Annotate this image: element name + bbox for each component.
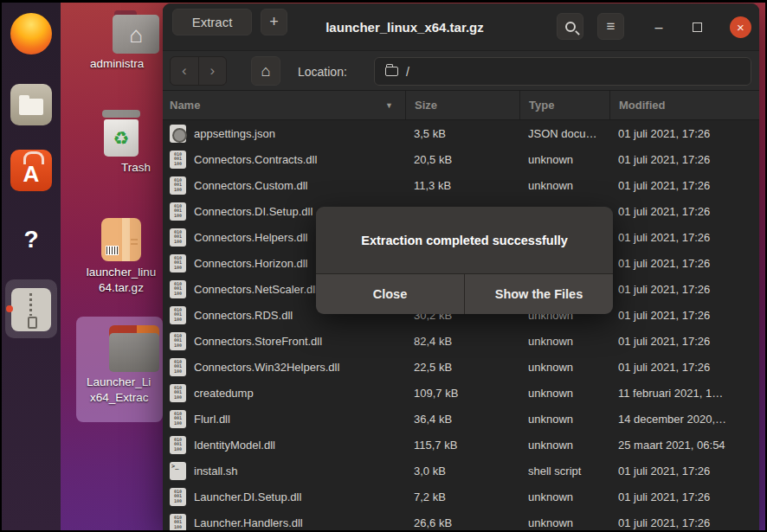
- file-row[interactable]: Connectors.Contracts.dll 20,5 kB unknown…: [163, 146, 759, 172]
- file-type: unknown: [519, 179, 609, 192]
- file-type: unknown: [519, 153, 609, 166]
- file-size: 7,2 kB: [405, 490, 519, 503]
- dock: A ?: [2, 3, 61, 530]
- file-size: 3,0 kB: [405, 465, 519, 478]
- trash-can: ♻: [104, 119, 139, 157]
- file-modified: 01 juli 2021, 17:26: [609, 309, 759, 322]
- tarball-icon[interactable]: [101, 218, 141, 261]
- firefox-icon[interactable]: [10, 13, 52, 54]
- file-type: JSON docu…: [519, 127, 609, 140]
- home-folder-icon[interactable]: ⌂: [113, 10, 159, 54]
- window-title: launcher_linux_x64.tar.gz: [249, 3, 560, 50]
- column-header-name[interactable]: Name ▼: [163, 91, 405, 119]
- file-row[interactable]: Connectors.Custom.dll 11,3 kB unknown 01…: [163, 172, 759, 198]
- minimize-button[interactable]: –: [652, 14, 666, 41]
- dialog-show-files-button[interactable]: Show the Files: [464, 274, 613, 314]
- column-header-modified[interactable]: Modified: [609, 91, 759, 119]
- file-type: unknown: [519, 387, 609, 400]
- house-icon: ⌂: [113, 19, 159, 50]
- file-modified: 14 december 2020,…: [609, 413, 759, 426]
- file-name: appsettings.json: [194, 127, 275, 140]
- file-row[interactable]: Launcher.Handlers.dll 26,6 kB unknown 01…: [163, 510, 759, 530]
- file-type: unknown: [519, 335, 609, 348]
- json-file-icon: [170, 125, 186, 143]
- file-row[interactable]: appsettings.json 3,5 kB JSON docu… 01 ju…: [163, 120, 759, 146]
- file-type: unknown: [519, 413, 609, 426]
- file-modified: 01 juli 2021, 17:26: [609, 257, 759, 270]
- binary-file-icon: [170, 332, 186, 350]
- file-row[interactable]: createdump 109,7 kB unknown 11 februari …: [163, 380, 759, 406]
- running-indicator-dot: [6, 305, 13, 312]
- menu-button[interactable]: ≡: [597, 13, 624, 40]
- file-name: Launcher.Handlers.dll: [194, 516, 303, 529]
- column-header-size[interactable]: Size: [405, 91, 519, 119]
- help-icon[interactable]: ?: [10, 219, 52, 260]
- file-row[interactable]: install.sh 3,0 kB shell script 01 juli 2…: [163, 458, 759, 484]
- tarball-label-line1[interactable]: launcher_linu: [78, 266, 164, 279]
- file-row[interactable]: Flurl.dll 36,4 kB unknown 14 december 20…: [163, 406, 759, 432]
- file-name: Connectors.Win32Helpers.dll: [194, 361, 339, 374]
- search-button[interactable]: [557, 13, 583, 40]
- package-lines: [131, 239, 138, 245]
- binary-file-icon: [170, 488, 186, 506]
- file-name: Connectors.Horizon.dll: [194, 257, 308, 270]
- extracted-folder-icon[interactable]: [109, 325, 159, 372]
- file-modified: 11 februari 2021, 1…: [609, 387, 759, 400]
- file-row[interactable]: IdentityModel.dll 115,7 kB unknown 25 ma…: [163, 432, 759, 458]
- binary-file-icon: [170, 306, 186, 324]
- tarball-label-line2[interactable]: 64.tar.gz: [78, 281, 164, 294]
- file-size: 11,3 kB: [405, 179, 519, 192]
- home-folder-label[interactable]: administra: [90, 57, 144, 70]
- sort-descending-icon: ▼: [385, 101, 405, 110]
- forward-button[interactable]: ›: [198, 57, 227, 85]
- binary-file-icon: [170, 202, 186, 221]
- file-modified: 01 juli 2021, 17:26: [609, 127, 759, 140]
- ubuntu-software-icon[interactable]: A: [10, 150, 52, 191]
- home-button[interactable]: ⌂: [251, 56, 280, 86]
- dialog-message: Extraction completed successfully: [316, 207, 613, 273]
- file-row[interactable]: Connectors.StoreFront.dll 82,4 kB unknow…: [163, 328, 759, 354]
- location-input[interactable]: /: [374, 57, 751, 86]
- file-size: 22,5 kB: [405, 361, 519, 374]
- trash-icon[interactable]: ♻: [102, 110, 140, 157]
- file-size: 36,4 kB: [405, 413, 519, 426]
- shell-file-icon: [170, 462, 186, 480]
- file-name: install.sh: [194, 465, 238, 478]
- folder-icon: [385, 67, 398, 76]
- file-name: Connectors.DI.Setup.dll: [194, 205, 313, 218]
- file-size: 26,6 kB: [405, 516, 519, 529]
- file-modified: 01 juli 2021, 17:26: [609, 153, 759, 166]
- dialog-close-button[interactable]: Close: [316, 274, 464, 314]
- navigation-toolbar: ‹ › ⌂ Location: /: [163, 50, 759, 91]
- file-modified: 01 juli 2021, 17:26: [609, 361, 759, 374]
- table-header: Name ▼ Size Type Modified: [163, 91, 759, 120]
- name-header-label: Name: [170, 99, 200, 112]
- file-size: 3,5 kB: [405, 127, 519, 140]
- file-row[interactable]: Connectors.Win32Helpers.dll 22,5 kB unkn…: [163, 354, 759, 380]
- extracted-folder-label-line1[interactable]: Launcher_Li: [87, 375, 151, 388]
- nav-buttons: ‹ ›: [170, 56, 227, 86]
- back-button[interactable]: ‹: [171, 57, 198, 85]
- file-size: 115,7 kB: [405, 439, 519, 452]
- maximize-button[interactable]: [693, 22, 702, 32]
- file-name: Connectors.NetScaler.dll: [194, 283, 318, 296]
- file-row[interactable]: Launcher.DI.Setup.dll 7,2 kB unknown 01 …: [163, 484, 759, 510]
- close-window-button[interactable]: ×: [730, 16, 751, 38]
- dialog-buttons: Close Show the Files: [316, 273, 613, 314]
- file-name: Connectors.StoreFront.dll: [194, 335, 322, 348]
- recycle-icon: ♻: [113, 128, 130, 149]
- column-header-type[interactable]: Type: [519, 91, 609, 119]
- extract-button[interactable]: Extract: [172, 9, 252, 35]
- location-label: Location:: [298, 51, 347, 92]
- location-path: /: [406, 65, 409, 79]
- search-icon: [565, 22, 576, 32]
- binary-file-icon: [170, 228, 186, 247]
- binary-file-icon: [170, 436, 186, 454]
- file-name: Connectors.Contracts.dll: [194, 153, 317, 166]
- archive-manager-icon[interactable]: [11, 288, 51, 331]
- file-modified: 01 juli 2021, 17:26: [609, 179, 759, 192]
- files-icon[interactable]: [10, 84, 52, 125]
- extracted-folder-label-line2[interactable]: x64_Extrac: [90, 391, 149, 404]
- question-mark-glyph: ?: [23, 226, 38, 253]
- file-modified: 01 juli 2021, 17:26: [609, 465, 759, 478]
